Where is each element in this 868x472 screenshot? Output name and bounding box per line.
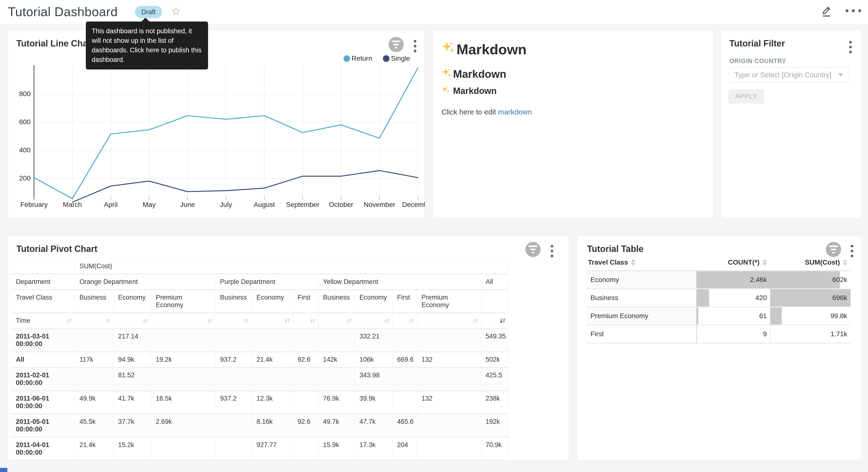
sort-icon xyxy=(763,259,767,266)
pivot-cell: 343.98 xyxy=(355,368,393,391)
pivot-cell: 238k xyxy=(481,391,508,415)
pivot-cell: 142k xyxy=(319,352,355,368)
pivot-cell xyxy=(216,329,252,352)
pivot-cell xyxy=(293,368,319,391)
pivot-cell: 2.69k xyxy=(151,415,216,438)
pivot-cell: 15.2k xyxy=(114,438,151,461)
pivot-col-header: First xyxy=(293,290,319,314)
markdown-edit-link[interactable]: markdown xyxy=(498,108,532,116)
markdown-card: Markdown Markdown Markdown Click here to… xyxy=(433,30,713,218)
pivot-table-grid: SUM(Cost)DepartmentOrange DepartmentPurp… xyxy=(11,259,508,461)
pivot-cell xyxy=(417,368,481,391)
pivot-cell xyxy=(75,329,114,352)
pivot-col-header: Economy xyxy=(252,290,293,314)
pivot-cell: 17.3k xyxy=(355,438,393,461)
sort-icon[interactable] xyxy=(104,317,112,325)
filter-indicator-icon[interactable] xyxy=(525,242,540,257)
sort-icon[interactable] xyxy=(284,317,291,325)
kebab-menu-icon[interactable] xyxy=(550,244,554,258)
select-placeholder: Type or Select [Origin Country] xyxy=(735,71,838,79)
pivot-sort-header xyxy=(151,314,216,329)
pivot-cell: 937.2 xyxy=(216,391,252,415)
table-row: First91.71k xyxy=(587,325,850,344)
draft-badge[interactable]: Draft xyxy=(135,6,162,18)
pivot-cell xyxy=(417,438,481,461)
sort-icon[interactable] xyxy=(65,317,73,325)
sort-icon[interactable] xyxy=(472,317,479,325)
pivot-cell xyxy=(293,391,319,415)
col-header-travel-class[interactable]: Travel Class xyxy=(587,255,696,271)
pivot-group-header: Yellow Department xyxy=(319,275,481,290)
pivot-chart-card: Tutorial Pivot Chart SUM(Cost)Department… xyxy=(8,235,569,461)
table-row: 2011-06-01 00:00:0049.9k41.7k16.5k937.21… xyxy=(11,391,508,415)
pivot-cell: 549.35 xyxy=(481,329,508,352)
origin-country-select[interactable]: Type or Select [Origin Country] xyxy=(728,67,849,82)
pivot-col-header: Economy xyxy=(355,290,393,314)
sort-icon[interactable] xyxy=(383,317,391,325)
pivot-cell xyxy=(293,438,319,461)
bottom-edge-artifact xyxy=(0,468,7,472)
cell-sum: 602k xyxy=(770,271,850,289)
kebab-menu-icon[interactable] xyxy=(848,40,853,54)
pivot-row-header: 2011-04-01 00:00:00 xyxy=(11,438,75,461)
pivot-sort-header xyxy=(293,314,319,329)
cell-travel-class: Economy xyxy=(587,271,696,289)
pivot-row1-label: Department xyxy=(11,275,75,290)
sort-icon[interactable] xyxy=(206,317,213,325)
pivot-group-header: All xyxy=(481,275,508,290)
pivot-sort-header xyxy=(114,314,151,329)
pivot-cell: 15.9k xyxy=(319,438,355,461)
cell-travel-class: First xyxy=(587,325,696,344)
pivot-cell xyxy=(393,391,417,415)
pivot-col-header: Business xyxy=(319,290,355,314)
pivot-cell: 76.9k xyxy=(319,391,355,415)
sort-icon[interactable] xyxy=(142,317,149,325)
pivot-cell: 94.9k xyxy=(114,352,151,368)
col-header-sum[interactable]: SUM(Cost) xyxy=(770,255,850,271)
pivot-cell xyxy=(216,368,252,391)
favorite-star-icon[interactable]: ☆ xyxy=(171,5,181,18)
x-axis-label: August xyxy=(253,201,275,208)
sparkles-icon xyxy=(441,67,453,81)
pivot-sort-header xyxy=(417,314,481,329)
sort-icon[interactable] xyxy=(345,317,353,325)
pivot-cell: 937.2 xyxy=(216,352,252,368)
pivot-cell: 92.6 xyxy=(293,352,319,368)
sort-icon[interactable] xyxy=(408,317,415,325)
pivot-cell: 192k xyxy=(481,415,508,438)
pivot-row2-label: Travel Class xyxy=(11,290,75,314)
edit-pencil-icon[interactable] xyxy=(820,4,833,18)
line-chart-canvas[interactable]: 200400600800FebruaryMarchAprilMayJuneJul… xyxy=(8,30,425,218)
sort-icon[interactable] xyxy=(309,317,316,325)
pivot-col-header: Economy xyxy=(114,290,151,314)
pivot-sort-header xyxy=(75,314,114,329)
chevron-down-icon xyxy=(838,73,843,76)
pivot-cell: 117k xyxy=(75,352,114,368)
markdown-h2: Markdown xyxy=(441,67,506,81)
pivot-cell: 39.9k xyxy=(355,391,393,415)
pivot-cell: 45.5k xyxy=(75,415,114,438)
pivot-sort-header xyxy=(216,314,252,329)
cell-count: 9 xyxy=(696,325,770,344)
sparkles-icon xyxy=(441,85,450,96)
table-row: Economy2.46k602k xyxy=(587,271,850,289)
apply-button[interactable]: APPLY xyxy=(728,89,764,104)
sort-icon[interactable] xyxy=(499,317,506,325)
x-axis-label: April xyxy=(104,201,118,208)
pivot-cell: 16.5k xyxy=(151,391,216,415)
pivot-cell xyxy=(151,329,216,352)
pivot-corner-cell xyxy=(11,259,75,275)
more-ellipsis-icon[interactable] xyxy=(845,9,861,12)
col-header-count[interactable]: COUNT(*) xyxy=(696,255,770,271)
pivot-cell: 47.7k xyxy=(355,415,393,438)
pivot-cell: 217.14 xyxy=(114,329,151,352)
y-axis-tick: 600 xyxy=(19,118,31,126)
x-axis-label: November xyxy=(364,201,395,208)
cell-count: 420 xyxy=(696,289,770,307)
pivot-cell: 669.6 xyxy=(393,352,417,368)
origin-country-label: ORIGIN COUNTRY xyxy=(730,57,786,65)
sort-icon[interactable] xyxy=(243,317,250,325)
pivot-cell: 106k xyxy=(355,352,393,368)
pivot-row-header: All xyxy=(11,352,75,368)
pivot-cell xyxy=(393,329,417,352)
